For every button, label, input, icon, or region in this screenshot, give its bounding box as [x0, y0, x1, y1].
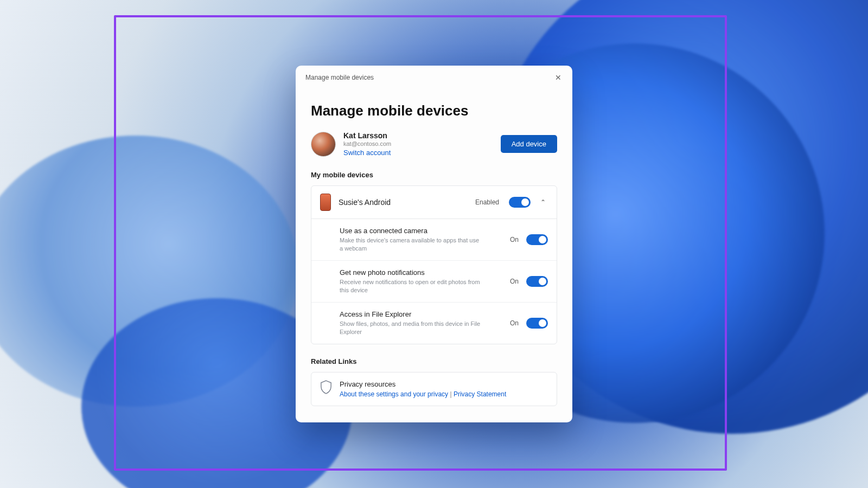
option-state: On — [510, 236, 519, 243]
option-state: On — [510, 319, 519, 327]
my-devices-label: My mobile devices — [311, 171, 557, 179]
option-photo-notifications: Get new photo notifications Receive new … — [311, 261, 557, 303]
device-header-row[interactable]: Susie's Android Enabled ⌃ — [311, 186, 557, 219]
privacy-statement-link[interactable]: Privacy Statement — [454, 390, 506, 398]
option-desc: Show files, photos, and media from this … — [340, 320, 481, 336]
option-connected-camera: Use as a connected camera Make this devi… — [311, 219, 557, 261]
privacy-about-link[interactable]: About these settings and your privacy — [340, 390, 448, 398]
option-title: Access in File Explorer — [340, 310, 502, 318]
device-name: Susie's Android — [339, 198, 468, 207]
device-card: Susie's Android Enabled ⌃ Use as a conne… — [311, 185, 557, 344]
add-device-button[interactable]: Add device — [501, 135, 557, 153]
device-enabled-toggle[interactable] — [509, 197, 531, 208]
close-icon[interactable]: ✕ — [552, 71, 565, 84]
avatar — [311, 132, 336, 157]
separator: | — [448, 390, 454, 398]
phone-icon — [320, 194, 331, 211]
privacy-card: Privacy resources About these settings a… — [311, 372, 557, 406]
window-caption: Manage mobile devices — [305, 74, 374, 81]
option-file-explorer: Access in File Explorer Show files, phot… — [311, 303, 557, 344]
shield-icon — [320, 380, 332, 394]
related-links-label: Related Links — [311, 357, 557, 365]
option-desc: Make this device's camera available to a… — [340, 236, 481, 253]
account-name: Kat Larsson — [343, 131, 493, 140]
privacy-title: Privacy resources — [340, 380, 506, 388]
account-email: kat@contoso.com — [343, 140, 493, 147]
file-explorer-toggle[interactable] — [526, 318, 548, 329]
option-title: Use as a connected camera — [340, 227, 502, 235]
chevron-up-icon[interactable]: ⌃ — [538, 198, 548, 206]
connected-camera-toggle[interactable] — [526, 234, 548, 245]
option-desc: Receive new notifications to open or edi… — [340, 278, 481, 294]
photo-notifications-toggle[interactable] — [526, 276, 548, 287]
account-row: Kat Larsson kat@contoso.com Switch accou… — [311, 131, 557, 157]
switch-account-link[interactable]: Switch account — [343, 149, 493, 157]
page-title: Manage mobile devices — [311, 102, 557, 119]
option-state: On — [510, 278, 519, 285]
manage-mobile-devices-dialog: Manage mobile devices ✕ Manage mobile de… — [296, 66, 572, 422]
device-enabled-label: Enabled — [475, 198, 499, 206]
option-title: Get new photo notifications — [340, 268, 502, 277]
desktop-background: Manage mobile devices ✕ Manage mobile de… — [0, 0, 868, 488]
